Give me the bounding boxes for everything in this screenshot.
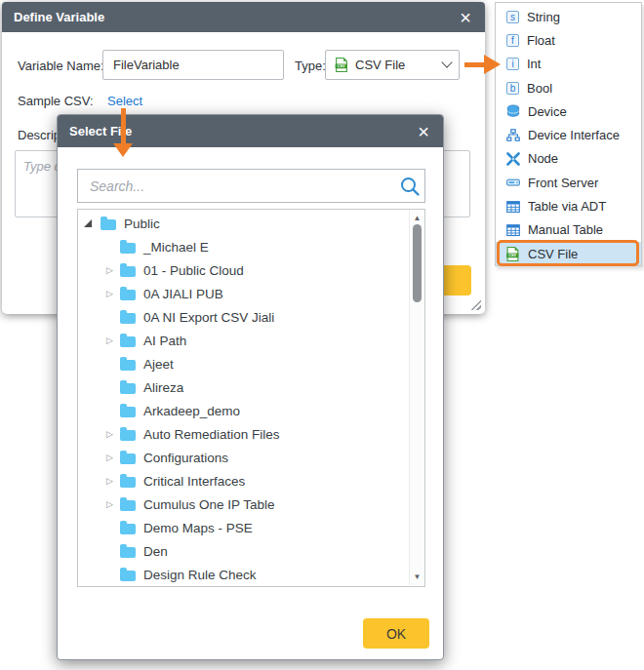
type-menu-item-label: Node: [528, 151, 558, 166]
tree-item[interactable]: Demo Maps - PSE: [78, 516, 409, 539]
type-menu-item-label: Front Server: [528, 176, 598, 190]
tree-item[interactable]: ▷0A JIALI PUB: [78, 282, 409, 305]
type-menu-item-label: Device Interface: [528, 128, 620, 142]
folder-icon: [120, 266, 136, 277]
folder-icon: [120, 477, 136, 488]
tree-item[interactable]: ▷Cumulus One IP Table: [78, 493, 409, 516]
expand-toggle-icon[interactable]: ▷: [103, 453, 116, 462]
int-icon: i: [506, 58, 519, 70]
tree-item[interactable]: Ajeet: [78, 352, 409, 375]
tree-item-label: 0A JIALI PUB: [143, 287, 223, 301]
tree-item-label: 01 - Public Cloud: [143, 263, 244, 278]
type-menu-item-label: Int: [527, 57, 541, 71]
tree-item[interactable]: Alireza: [78, 375, 409, 399]
folder-icon: [120, 313, 136, 324]
tree-item-label: Configurations: [143, 451, 228, 465]
tree-scrollbar[interactable]: ▲ ▼: [409, 211, 423, 585]
tree-item[interactable]: ▷AI Path: [78, 329, 409, 352]
device-icon: [505, 104, 520, 119]
tree-item[interactable]: Design Rule Check: [78, 563, 409, 586]
folder-icon: [120, 500, 136, 511]
tree-item[interactable]: ▷Configurations: [78, 446, 409, 469]
table-icon: [505, 222, 520, 237]
search-input[interactable]: [78, 178, 395, 194]
resize-grip[interactable]: [470, 299, 481, 310]
screen: Define Variable × Variable Name: Type: C…: [0, 0, 644, 670]
tree-item[interactable]: ▷01 - Public Cloud: [78, 258, 409, 282]
type-menu-item-string[interactable]: sString: [496, 5, 641, 28]
csv-file-icon: CSV: [505, 247, 520, 261]
type-menu: sStringfFloatiIntbBoolDeviceDevice Inter…: [495, 2, 642, 266]
tree-item-label: Den: [143, 544, 168, 559]
table-icon: [505, 199, 520, 214]
tree-item[interactable]: Arkadeep_demo: [78, 399, 409, 422]
collapse-toggle-icon[interactable]: [84, 219, 92, 227]
expand-toggle-icon[interactable]: ▷: [103, 289, 116, 298]
type-menu-item-float[interactable]: fFloat: [496, 28, 641, 52]
tree-item-label: Auto Remediation Files: [143, 427, 280, 442]
expand-toggle-icon[interactable]: ▷: [103, 476, 116, 486]
type-menu-item-label: String: [527, 10, 560, 24]
expand-toggle-icon[interactable]: ▷: [103, 499, 116, 509]
sample-csv-label: Sample CSV:: [18, 94, 94, 108]
type-menu-item-manual-table[interactable]: Manual Table: [496, 218, 641, 242]
front-server-icon: [505, 176, 520, 190]
variable-name-label: Variable Name:: [18, 59, 104, 73]
type-dropdown-value: CSV File: [355, 58, 436, 72]
variable-name-input[interactable]: [102, 50, 284, 80]
tree-item-label: Public: [124, 217, 160, 231]
tree-item[interactable]: ▷Auto Remediation Files: [78, 422, 409, 446]
tree-item[interactable]: _Michael E: [78, 235, 409, 258]
float-icon: f: [506, 34, 519, 47]
chevron-down-icon: [441, 57, 452, 67]
search-icon[interactable]: [395, 176, 424, 197]
define-variable-titlebar: Define Variable ×: [2, 2, 485, 32]
tree-item-label: AI Path: [143, 334, 186, 348]
tree-item[interactable]: Den: [78, 539, 409, 563]
tree-item-label: Critical Interfaces: [143, 474, 245, 489]
type-menu-item-int[interactable]: iInt: [496, 53, 641, 76]
ok-button[interactable]: OK: [363, 618, 429, 649]
folder-icon: [120, 571, 136, 581]
select-file-link[interactable]: Select: [107, 94, 142, 108]
folder-icon: [120, 453, 136, 464]
type-dropdown[interactable]: CSV CSV File: [325, 50, 460, 80]
close-icon[interactable]: ×: [458, 8, 473, 27]
tree-item-label: Demo Maps - PSE: [143, 521, 253, 535]
tree-item-label: Arkadeep_demo: [143, 404, 240, 418]
folder-icon: [120, 243, 136, 254]
tree-item[interactable]: ▷Critical Interfaces: [78, 469, 409, 493]
svg-text:CSV: CSV: [337, 64, 344, 68]
folder-icon: [120, 290, 136, 300]
type-menu-item-front-server[interactable]: Front Server: [496, 171, 641, 194]
type-menu-item-table-via-adt[interactable]: Table via ADT: [496, 194, 641, 217]
type-menu-item-node[interactable]: Node: [496, 147, 641, 171]
device-interface-icon: [505, 128, 520, 142]
folder-icon: [120, 336, 136, 347]
folder-icon: [120, 383, 136, 394]
type-menu-item-device[interactable]: Device: [496, 99, 641, 123]
tree-item[interactable]: 0A NI Export CSV Jiali: [78, 305, 409, 329]
type-menu-item-bool[interactable]: bBool: [496, 76, 641, 99]
scrollbar-thumb[interactable]: [413, 224, 422, 302]
annotation-arrow-down-icon: [113, 108, 134, 157]
type-menu-item-csv-file[interactable]: CSVCSV File: [496, 242, 641, 265]
type-menu-item-label: Device: [528, 104, 567, 119]
folder-icon: [120, 524, 136, 534]
type-menu-item-label: CSV File: [528, 247, 578, 261]
tree-item-label: _Michael E: [143, 240, 209, 255]
tree-item-label: Alireza: [143, 380, 183, 395]
close-icon[interactable]: ×: [416, 122, 431, 141]
scroll-down-icon[interactable]: ▼: [410, 570, 424, 585]
folder-icon: [120, 407, 136, 417]
type-menu-item-device-interface[interactable]: Device Interface: [496, 123, 641, 146]
svg-text:CSV: CSV: [508, 254, 516, 257]
expand-toggle-icon[interactable]: ▷: [103, 335, 116, 345]
tree-item-label: 0A NI Export CSV Jiali: [143, 310, 274, 325]
expand-toggle-icon[interactable]: ▷: [103, 265, 116, 275]
tree-item[interactable]: Public: [78, 212, 409, 235]
type-label: Type:: [295, 59, 326, 73]
folder-icon: [120, 360, 136, 371]
expand-toggle-icon[interactable]: ▷: [103, 429, 116, 439]
bool-icon: b: [506, 82, 519, 95]
